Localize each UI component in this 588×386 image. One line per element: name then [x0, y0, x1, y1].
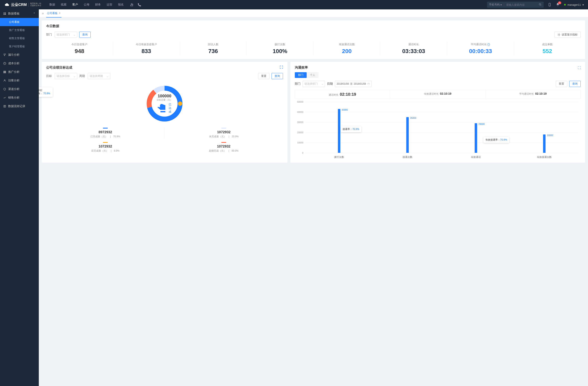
- nav-item[interactable]: 公海: [84, 3, 89, 6]
- reset-button[interactable]: 重置: [556, 81, 567, 87]
- donut-metric: 1072932未完成量（元） | 20.9%: [165, 128, 283, 138]
- color-bar: [103, 128, 108, 129]
- stat-item: 成交单数552: [514, 42, 581, 55]
- tabs-bar: ≡ 公司看板 ✕: [39, 9, 588, 18]
- stat-item: 平均通话时长?00:00:33: [447, 42, 514, 55]
- donut-metric: 1072932应完成量（元） | 8.9%: [46, 142, 165, 153]
- svg-point-2: [549, 6, 550, 6]
- sidebar-item[interactable]: 销售主管看板: [0, 34, 39, 42]
- nav-item[interactable]: 报名: [118, 3, 124, 6]
- dept-select[interactable]: 请选择部门 ⌵: [55, 32, 77, 38]
- nav-item[interactable]: 客户: [72, 3, 78, 6]
- main-content: ≡ 公司看板 ✕ 今日数据 部门 请选择部门 ⌵ 查询: [39, 9, 588, 386]
- bar-column: 35000: [378, 102, 438, 153]
- user-menu[interactable]: manager11 ▾: [564, 3, 584, 6]
- donut-center: 100000 目标总量（元） 已达成: [157, 94, 172, 114]
- today-filter: 部门 请选择部门 ⌵ 查询 设置显示指标: [46, 32, 581, 38]
- comm-dept-select[interactable]: 请选择部门⌵: [303, 81, 325, 87]
- sidebar-item[interactable]: 渠道分析: [0, 85, 39, 94]
- stat-item: 今日首咨客户948: [46, 42, 113, 55]
- thumbs-up-icon: [157, 103, 167, 113]
- menu-icon: [3, 79, 6, 82]
- nav-item[interactable]: 线索: [61, 3, 66, 6]
- nav-item[interactable]: 运营: [106, 3, 112, 6]
- header-action-icons: [130, 3, 141, 6]
- hamburger-icon[interactable]: ≡: [42, 12, 44, 15]
- target-title: 公司业绩目标达成 ⛶: [46, 65, 283, 70]
- search-type-select[interactable]: 手机号码 ▾: [487, 3, 504, 6]
- today-title: 今日数据: [46, 24, 581, 28]
- sidebar-item[interactable]: 成本分析: [0, 59, 39, 68]
- date-range[interactable]: 2018/01/08 至 2018/01/08: [335, 81, 372, 87]
- color-bar: [103, 142, 108, 143]
- nav-item[interactable]: 财务: [95, 3, 101, 6]
- logo-subtitle: 教育机构一站 式服务云平台: [28, 3, 41, 7]
- phone-icon[interactable]: [138, 3, 141, 6]
- target-card: 公司业绩目标达成 ⛶ 目标 请选择目标⌵ 周期 请选择周期⌵ 重置 查询: [42, 62, 288, 163]
- comm-stat: 平均通话时长02:10:19: [485, 90, 580, 99]
- menu-icon: [3, 54, 6, 56]
- tab-company-board[interactable]: 公司看板 ✕: [46, 9, 62, 18]
- query-button[interactable]: 查询: [272, 73, 283, 79]
- chevron-down-icon: ▾: [583, 3, 584, 6]
- query-button[interactable]: 查询: [79, 32, 91, 38]
- menu-icon: [3, 96, 6, 99]
- bar-column: 29000: [446, 102, 506, 153]
- notification-bell[interactable]: 5: [556, 3, 560, 7]
- svg-rect-3: [4, 13, 4, 14]
- person-add-icon[interactable]: [130, 3, 133, 6]
- sidebar-item[interactable]: 销售分析: [0, 94, 39, 102]
- chart-tooltip: 接通率：70.9%: [340, 126, 361, 132]
- svg-rect-5: [4, 14, 4, 15]
- reset-button[interactable]: 重置: [258, 73, 270, 79]
- sidebar-item[interactable]: 公司看板: [0, 18, 39, 26]
- logo: 云朵CRM 教育机构一站 式服务云平台: [4, 2, 41, 7]
- expand-icon[interactable]: ⛶: [578, 66, 581, 69]
- seg-individual[interactable]: 个人: [307, 72, 318, 78]
- header-right-icons: 5 manager11 ▾: [548, 3, 584, 7]
- donut-metric: 1072932超额完成（元） | 89.9%: [165, 142, 283, 153]
- sidebar-item[interactable]: 推广分析: [0, 68, 39, 76]
- sidebar-group-dashboard[interactable]: 数据看板 ⌃: [0, 9, 39, 18]
- sidebar-item[interactable]: 客户经理看板: [0, 42, 39, 51]
- comm-stat: 通话时长02:10:19: [295, 90, 390, 99]
- stat-item: 通话时长03:33:03: [380, 42, 447, 55]
- sidebar-item[interactable]: 访客分析: [0, 76, 39, 85]
- status-achieved: 已达成: [157, 103, 172, 114]
- svg-rect-4: [5, 13, 6, 14]
- search-box: 手机号码 ▾: [487, 2, 544, 8]
- seg-dept[interactable]: 部门: [295, 72, 307, 78]
- comm-segment: 部门 个人: [295, 72, 318, 78]
- bar-column: 18000: [514, 102, 574, 153]
- query-button[interactable]: 查询: [569, 81, 581, 87]
- stat-item: 回访人数736: [180, 42, 247, 55]
- goal-select[interactable]: 请选择目标⌵: [55, 73, 77, 79]
- stat-item: 拨打次数100%: [247, 42, 314, 55]
- today-card: 今日数据 部门 请选择部门 ⌵ 查询 设置显示指标 今日首咨客户948今日有效首…: [42, 20, 585, 59]
- svg-rect-12: [368, 83, 369, 85]
- chevron-up-icon: ⌃: [33, 12, 36, 15]
- close-icon[interactable]: ✕: [59, 12, 61, 15]
- expand-icon[interactable]: ⛶: [280, 65, 283, 69]
- search-input[interactable]: [504, 3, 537, 6]
- info-icon[interactable]: ?: [487, 43, 490, 46]
- menu-icon: [3, 71, 6, 74]
- nav-item[interactable]: 数据: [49, 3, 55, 6]
- notification-badge: 5: [558, 1, 561, 4]
- status-dot-icon: [564, 4, 566, 5]
- settings-metrics-button[interactable]: 设置显示指标: [554, 32, 581, 38]
- calendar-icon: [367, 83, 370, 85]
- bar-chart: 01000020000300004000050000 4300035000290…: [295, 102, 581, 159]
- mobile-icon[interactable]: [548, 3, 551, 6]
- sidebar-item[interactable]: 推广主管看板: [0, 26, 39, 34]
- menu-icon: [3, 88, 6, 91]
- sidebar-item[interactable]: 数据流转记录: [0, 102, 39, 111]
- period-select[interactable]: 请选择周期⌵: [88, 73, 110, 79]
- gear-icon: [558, 33, 560, 36]
- search-button[interactable]: [537, 3, 544, 6]
- today-stats-row: 今日首咨客户948今日有效首咨客户833回访人数736拨打次数100%有效通话次…: [46, 42, 581, 55]
- bar: 43000: [338, 109, 340, 153]
- sidebar-item[interactable]: 漏斗分析: [0, 51, 39, 59]
- cloud-logo-icon: [4, 3, 9, 7]
- chevron-down-icon: ⌵: [74, 33, 75, 36]
